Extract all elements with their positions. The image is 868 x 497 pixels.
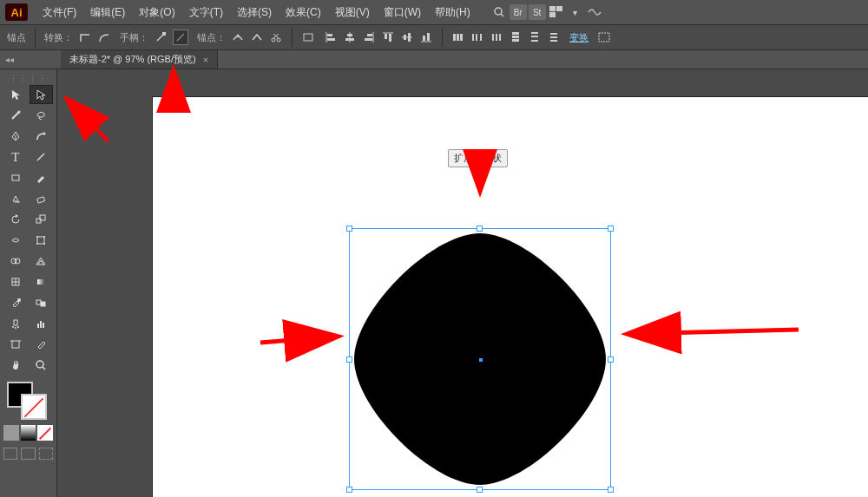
dist-v3-icon[interactable] (547, 30, 561, 44)
remove-anchor-icon[interactable] (231, 30, 245, 44)
mesh-tool[interactable] (3, 272, 28, 291)
dist-v2-icon[interactable] (528, 30, 542, 44)
menu-help[interactable]: 帮助(H) (429, 2, 477, 23)
paintbrush-tool[interactable] (30, 168, 54, 187)
menu-window[interactable]: 窗口(W) (378, 2, 427, 23)
selection-handle-n[interactable] (477, 226, 483, 232)
align-right-icon[interactable] (362, 30, 376, 44)
selection-handle-se[interactable] (608, 487, 614, 493)
align-left-icon[interactable] (324, 30, 338, 44)
type-tool[interactable]: T (3, 147, 28, 167)
curvature-tool[interactable] (30, 127, 54, 146)
width-tool[interactable] (3, 231, 28, 250)
selection-handle-ne[interactable] (608, 226, 614, 232)
transform-link[interactable]: 变换 (569, 31, 589, 44)
close-tab-icon[interactable]: × (203, 55, 208, 65)
gpu-icon[interactable] (586, 4, 603, 20)
symbol-sprayer-tool[interactable] (3, 314, 28, 333)
selection-handle-nw[interactable] (346, 226, 352, 232)
menu-view[interactable]: 视图(V) (329, 2, 376, 23)
selection-tool[interactable] (3, 85, 28, 104)
shape-btn-icon[interactable] (597, 30, 611, 44)
menu-edit[interactable]: 编辑(E) (84, 2, 131, 23)
blend-tool[interactable] (30, 293, 54, 312)
handle-hide-icon[interactable] (173, 29, 188, 45)
eraser-tool[interactable] (30, 189, 54, 208)
direct-selection-tool[interactable] (30, 85, 54, 104)
svg-point-0 (495, 8, 502, 15)
convert-corner-icon[interactable] (78, 30, 92, 44)
screen-mode-normal[interactable] (3, 448, 17, 460)
graph-tool[interactable] (30, 314, 54, 333)
dropdown-icon[interactable]: ▾ (567, 4, 584, 20)
scale-tool[interactable] (30, 210, 54, 229)
align-bottom-icon[interactable] (419, 30, 433, 44)
selection-handle-sw[interactable] (346, 487, 352, 493)
pen-tool[interactable] (3, 127, 28, 146)
shaper-tool[interactable] (3, 189, 28, 208)
shape-builder-tool[interactable] (3, 252, 28, 271)
screen-mode-presentation[interactable] (39, 448, 53, 460)
color-mode-solid[interactable] (3, 425, 19, 441)
color-swatches[interactable] (3, 382, 53, 422)
color-mode-gradient[interactable] (21, 425, 36, 441)
rectangle-tool[interactable] (3, 168, 28, 187)
free-transform-tool[interactable] (30, 231, 54, 250)
hand-tool[interactable] (3, 356, 28, 375)
svg-rect-38 (492, 34, 494, 41)
stock-icon[interactable]: St (529, 4, 546, 20)
eyedropper-tool[interactable] (3, 293, 28, 312)
tooltip-expand-shape: 扩展的形状 (448, 149, 508, 167)
align-top-icon[interactable] (381, 30, 395, 44)
menu-select[interactable]: 选择(S) (231, 2, 278, 23)
panel-grip-icon[interactable]: ⋮⋮⋮⋮ (3, 75, 53, 83)
slice-tool[interactable] (30, 335, 54, 354)
connect-anchor-icon[interactable] (250, 30, 264, 44)
svg-rect-85 (12, 341, 19, 348)
svg-rect-13 (304, 34, 312, 41)
svg-line-89 (43, 367, 45, 369)
isolate-icon[interactable] (301, 30, 315, 44)
color-mode-none[interactable] (37, 425, 53, 441)
menu-effect[interactable]: 效果(C) (279, 2, 327, 23)
menu-type[interactable]: 文字(T) (183, 2, 229, 23)
selection-handle-e[interactable] (608, 356, 614, 363)
canvas[interactable]: 扩展的形状 网 em.com (57, 69, 868, 497)
svg-rect-36 (476, 34, 477, 41)
svg-rect-2 (549, 6, 556, 11)
dist-v1-icon[interactable] (509, 30, 523, 44)
stroke-swatch[interactable] (21, 394, 47, 420)
artboard-tool[interactable] (3, 335, 28, 354)
menu-file[interactable]: 文件(F) (36, 2, 82, 23)
line-tool[interactable] (30, 147, 54, 167)
dist-h3-icon[interactable] (490, 30, 503, 44)
document-title: 未标题-2* @ 97% (RGB/预览) (69, 53, 196, 66)
search-icon[interactable] (490, 4, 508, 20)
svg-marker-51 (12, 90, 20, 100)
rotate-tool[interactable] (3, 210, 28, 229)
handle-show-icon[interactable] (154, 30, 168, 44)
convert-smooth-icon[interactable] (97, 30, 111, 44)
menu-object[interactable]: 对象(O) (133, 2, 181, 23)
arrange-docs-icon[interactable] (548, 4, 565, 20)
svg-line-53 (12, 112, 19, 119)
lasso-tool[interactable] (30, 106, 54, 125)
svg-line-57 (37, 154, 44, 160)
selection-handle-w[interactable] (346, 356, 352, 363)
selection-handle-s[interactable] (477, 487, 483, 493)
magic-wand-tool[interactable] (3, 106, 28, 125)
gradient-tool[interactable] (30, 272, 54, 291)
svg-point-67 (36, 243, 38, 245)
align-vcenter-icon[interactable] (400, 30, 414, 44)
document-tab[interactable]: 未标题-2* @ 97% (RGB/预览) × (61, 50, 218, 69)
perspective-tool[interactable] (30, 252, 54, 271)
panel-collapse-icon[interactable]: ◂◂ (5, 55, 14, 64)
bridge-icon[interactable]: Br (510, 4, 527, 20)
align-hcenter-icon[interactable] (343, 30, 357, 44)
svg-point-75 (17, 298, 21, 302)
dist-h1-icon[interactable] (451, 30, 465, 44)
screen-mode-full[interactable] (21, 448, 35, 460)
dist-h2-icon[interactable] (470, 30, 484, 44)
zoom-tool[interactable] (30, 356, 54, 375)
cut-path-icon[interactable] (269, 30, 283, 44)
